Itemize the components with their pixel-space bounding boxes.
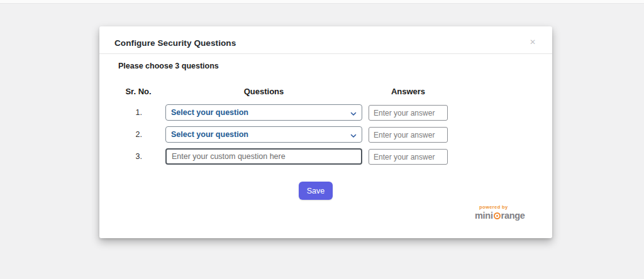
question-select-2[interactable]: Select your question xyxy=(165,126,362,143)
column-header-answers: Answers xyxy=(369,87,448,96)
question-select-wrap: Select your question xyxy=(165,104,362,121)
brand-suffix: range xyxy=(501,211,525,221)
close-icon[interactable]: ✕ xyxy=(530,38,536,46)
answer-input-3[interactable] xyxy=(369,149,448,165)
question-row-1: 1. Select your question xyxy=(99,104,552,121)
modal-subtitle: Please choose 3 questions xyxy=(118,62,219,70)
configure-security-questions-modal: Configure Security Questions ✕ Please ch… xyxy=(99,26,552,238)
answer-input-1[interactable] xyxy=(369,105,448,121)
question-row-3: 3. xyxy=(99,148,552,165)
row-number: 1. xyxy=(114,108,142,117)
column-header-sr-no: Sr. No. xyxy=(114,87,162,96)
page-background: Configure Security Questions ✕ Please ch… xyxy=(0,0,644,279)
miniorange-logo: powered by mini range xyxy=(475,204,531,221)
brand-wordmark: mini range xyxy=(475,211,531,221)
answer-input-2[interactable] xyxy=(369,127,448,143)
top-strip xyxy=(0,0,644,4)
save-button[interactable]: Save xyxy=(299,182,333,200)
brand-prefix: mini xyxy=(475,211,493,221)
row-number: 2. xyxy=(114,130,142,139)
modal-title: Configure Security Questions xyxy=(114,38,236,48)
question-row-2: 2. Select your question xyxy=(99,126,552,143)
row-number: 3. xyxy=(114,152,142,161)
header-divider xyxy=(99,53,552,54)
powered-by-label: powered by xyxy=(479,204,531,210)
custom-question-input[interactable] xyxy=(165,148,362,165)
question-select-wrap: Select your question xyxy=(165,126,362,143)
column-header-questions: Questions xyxy=(165,87,362,96)
orange-circle-icon xyxy=(494,212,501,219)
question-select-1[interactable]: Select your question xyxy=(165,104,362,121)
